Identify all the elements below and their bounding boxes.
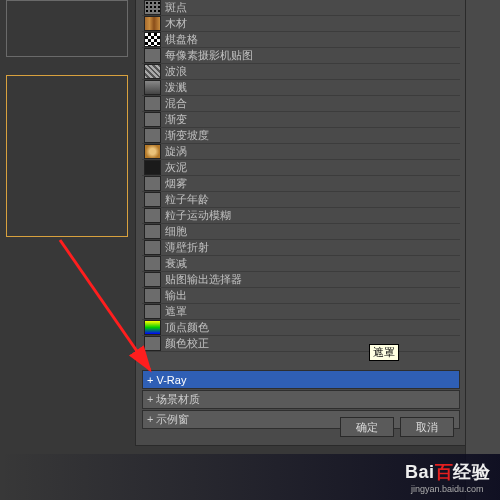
map-item-label: 渐变 xyxy=(165,112,187,127)
map-swatch-icon xyxy=(144,192,161,207)
map-type-list[interactable]: 斑点木材棋盘格每像素摄影机贴图波浪泼溅混合渐变渐变坡度旋涡灰泥烟雾粒子年龄粒子运… xyxy=(142,0,460,365)
map-list-item[interactable]: 贴图输出选择器 xyxy=(142,272,460,288)
map-list-item[interactable]: 混合 xyxy=(142,96,460,112)
map-item-label: 薄壁折射 xyxy=(165,240,209,255)
map-item-label: 粒子年龄 xyxy=(165,192,209,207)
map-swatch-icon xyxy=(144,112,161,127)
map-item-label: 细胞 xyxy=(165,224,187,239)
map-item-label: 颜色校正 xyxy=(165,336,209,351)
map-list-item[interactable]: 渐变 xyxy=(142,112,460,128)
map-list-item[interactable]: 木材 xyxy=(142,16,460,32)
map-list-item[interactable]: 渐变坡度 xyxy=(142,128,460,144)
map-item-label: 混合 xyxy=(165,96,187,111)
map-item-label: 斑点 xyxy=(165,0,187,15)
map-swatch-icon xyxy=(144,80,161,95)
map-swatch-icon xyxy=(144,96,161,111)
map-swatch-icon xyxy=(144,160,161,175)
map-swatch-icon xyxy=(144,32,161,47)
map-list-item[interactable]: 粒子年龄 xyxy=(142,192,460,208)
map-list-item[interactable]: 薄壁折射 xyxy=(142,240,460,256)
map-swatch-icon xyxy=(144,256,161,271)
map-list-item[interactable]: 泼溅 xyxy=(142,80,460,96)
map-list-item[interactable]: 顶点颜色 xyxy=(142,320,460,336)
map-list-item[interactable]: 每像素摄影机贴图 xyxy=(142,48,460,64)
watermark-logo: Bai百经验 xyxy=(405,462,490,482)
map-swatch-icon xyxy=(144,288,161,303)
map-list-item[interactable]: 粒子运动模糊 xyxy=(142,208,460,224)
map-list-item[interactable]: 旋涡 xyxy=(142,144,460,160)
map-item-label: 遮罩 xyxy=(165,304,187,319)
map-item-label: 旋涡 xyxy=(165,144,187,159)
tooltip: 遮罩 xyxy=(369,344,399,361)
right-sidepanel xyxy=(465,0,500,500)
ok-button[interactable]: 确定 xyxy=(340,417,394,437)
material-browser-panel: 斑点木材棋盘格每像素摄影机贴图波浪泼溅混合渐变渐变坡度旋涡灰泥烟雾粒子年龄粒子运… xyxy=(135,0,467,446)
map-swatch-icon xyxy=(144,320,161,335)
map-item-label: 每像素摄影机贴图 xyxy=(165,48,253,63)
map-item-label: 衰减 xyxy=(165,256,187,271)
map-swatch-icon xyxy=(144,16,161,31)
viewport-frame-2 xyxy=(6,75,128,237)
map-item-label: 粒子运动模糊 xyxy=(165,208,231,223)
map-item-label: 灰泥 xyxy=(165,160,187,175)
category-row[interactable]: + V-Ray xyxy=(142,370,460,389)
map-item-label: 输出 xyxy=(165,288,187,303)
map-swatch-icon xyxy=(144,272,161,287)
cancel-button[interactable]: 取消 xyxy=(400,417,454,437)
category-row[interactable]: + 场景材质 xyxy=(142,390,460,409)
map-list-item[interactable]: 波浪 xyxy=(142,64,460,80)
map-list-item[interactable]: 棋盘格 xyxy=(142,32,460,48)
map-list-item[interactable]: 灰泥 xyxy=(142,160,460,176)
map-swatch-icon xyxy=(144,176,161,191)
map-list-item[interactable]: 遮罩 xyxy=(142,304,460,320)
map-item-label: 渐变坡度 xyxy=(165,128,209,143)
map-item-label: 木材 xyxy=(165,16,187,31)
map-swatch-icon xyxy=(144,208,161,223)
map-swatch-icon xyxy=(144,128,161,143)
map-list-item[interactable]: 输出 xyxy=(142,288,460,304)
map-list-item[interactable]: 衰减 xyxy=(142,256,460,272)
map-swatch-icon xyxy=(144,144,161,159)
watermark-url: jingyan.baidu.com xyxy=(411,484,490,494)
map-list-item[interactable]: 颜色校正 xyxy=(142,336,460,352)
map-swatch-icon xyxy=(144,240,161,255)
map-item-label: 贴图输出选择器 xyxy=(165,272,242,287)
map-list-item[interactable]: 斑点 xyxy=(142,0,460,16)
map-item-label: 泼溅 xyxy=(165,80,187,95)
viewport-bg xyxy=(0,0,135,500)
map-swatch-icon xyxy=(144,0,161,15)
map-item-label: 棋盘格 xyxy=(165,32,198,47)
map-item-label: 波浪 xyxy=(165,64,187,79)
watermark: Bai百经验 jingyan.baidu.com xyxy=(0,454,500,500)
map-swatch-icon xyxy=(144,64,161,79)
viewport-frame-1 xyxy=(6,0,128,57)
map-list-item[interactable]: 烟雾 xyxy=(142,176,460,192)
map-swatch-icon xyxy=(144,48,161,63)
map-swatch-icon xyxy=(144,336,161,351)
dialog-button-bar: 确定 取消 xyxy=(340,417,454,437)
map-list-item[interactable]: 细胞 xyxy=(142,224,460,240)
map-swatch-icon xyxy=(144,224,161,239)
map-swatch-icon xyxy=(144,304,161,319)
map-item-label: 顶点颜色 xyxy=(165,320,209,335)
map-item-label: 烟雾 xyxy=(165,176,187,191)
